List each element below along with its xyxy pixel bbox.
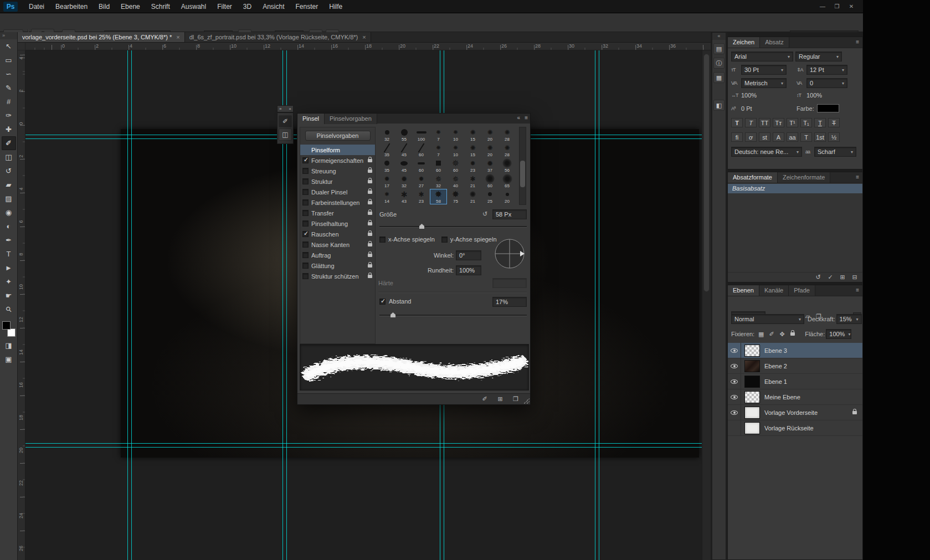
reset-size-icon[interactable]: ↺ xyxy=(482,210,487,218)
menu-ebene[interactable]: Ebene xyxy=(115,0,146,13)
guide-vertical[interactable] xyxy=(599,50,599,560)
leading-select[interactable]: 12 Pt▾ xyxy=(806,65,847,75)
layer-thumbnail[interactable] xyxy=(744,376,760,388)
clear-override-button[interactable]: ↺ xyxy=(814,273,823,281)
lock-transparency-icon[interactable]: ▦ xyxy=(757,330,765,338)
foreground-color-swatch[interactable] xyxy=(2,321,11,330)
spacing-slider[interactable] xyxy=(379,315,527,316)
section-checkbox[interactable] xyxy=(302,178,309,184)
size-slider[interactable] xyxy=(379,226,527,228)
brush-preset[interactable]: 60 xyxy=(430,158,447,173)
brush-preset[interactable]: ✱21 xyxy=(464,173,481,189)
layer-visibility-toggle[interactable] xyxy=(728,358,741,373)
tab-ebenen[interactable]: Ebenen xyxy=(728,285,759,296)
brush-preset[interactable]: ✹37 xyxy=(481,158,499,173)
clone-stamp-tool[interactable]: ◫ xyxy=(2,150,16,164)
brush-preset[interactable]: ✹17 xyxy=(378,173,395,189)
brush-preset[interactable]: 21 xyxy=(464,189,481,204)
section-lock-icon[interactable] xyxy=(368,275,372,278)
baseline-shift-input[interactable]: 0 Pt xyxy=(741,105,787,112)
section-lock-icon[interactable] xyxy=(368,264,372,268)
layer-thumbnail[interactable] xyxy=(744,422,760,434)
brush-preset[interactable]: ✱43 xyxy=(395,189,413,204)
brush-preset[interactable]: ✺7 xyxy=(430,142,447,158)
flip-y-checkbox[interactable] xyxy=(441,237,448,243)
guide-vertical[interactable] xyxy=(131,50,132,560)
section-checkbox[interactable] xyxy=(302,273,309,279)
opentype-button-7[interactable]: ½ xyxy=(828,132,840,142)
tab-zeichenformate[interactable]: Zeichenformate xyxy=(778,172,830,183)
panel-menu-icon[interactable]: ≡ xyxy=(856,172,862,183)
small-caps-button[interactable]: Tᴛ xyxy=(773,118,784,127)
brush-preset[interactable]: ✹27 xyxy=(413,173,430,189)
vertical-ruler[interactable]: 420246810121416182022242628 xyxy=(18,50,25,560)
move-tool[interactable]: ↖ xyxy=(2,39,16,53)
brush-section-rauschen[interactable]: Rauschen xyxy=(300,229,375,239)
blur-tool[interactable]: ◉ xyxy=(2,205,16,219)
menu-ansicht[interactable]: Ansicht xyxy=(257,0,290,13)
slider-thumb[interactable] xyxy=(419,224,424,229)
brush-section-struktur[interactable]: Struktur xyxy=(300,176,375,187)
layer-row[interactable]: Meine Ebene xyxy=(728,389,862,405)
section-lock-icon[interactable] xyxy=(368,180,372,183)
opentype-button-2[interactable]: st xyxy=(759,132,770,142)
font-family-select[interactable]: Arial▾ xyxy=(731,52,793,61)
brush-preset[interactable]: 60 xyxy=(413,142,430,158)
guide-horizontal[interactable] xyxy=(25,447,702,448)
layer-thumbnail[interactable] xyxy=(744,360,760,372)
brush-preset[interactable]: 56 xyxy=(499,158,516,173)
paragraph-style-item[interactable]: Basisabsatz xyxy=(728,184,862,193)
brush-preset[interactable]: ✸75 xyxy=(447,189,464,204)
layer-visibility-toggle[interactable] xyxy=(728,420,741,435)
subscript-button[interactable]: T₁ xyxy=(800,118,812,127)
quick-selection-tool[interactable]: ✎ xyxy=(2,81,16,95)
section-lock-icon[interactable] xyxy=(368,201,372,204)
section-lock-icon[interactable] xyxy=(368,212,372,215)
brush-angle-dial[interactable] xyxy=(492,237,527,271)
zoom-tool[interactable]: ⚲ xyxy=(2,302,16,316)
antialias-select[interactable]: Scharf▾ xyxy=(814,147,856,157)
vertical-scrollbar[interactable] xyxy=(702,50,711,560)
section-lock-icon[interactable] xyxy=(368,254,372,257)
brush-preset[interactable]: ✺28 xyxy=(499,127,516,142)
brush-preset[interactable]: ✹32 xyxy=(395,173,413,189)
layer-row[interactable]: Vorlage Rückseite xyxy=(728,420,862,436)
brush-section-farbeinstellungen[interactable]: Farbeinstellungen xyxy=(300,197,375,208)
properties-panel-icon[interactable]: ◧ xyxy=(713,100,725,111)
layer-visibility-toggle[interactable] xyxy=(728,389,741,404)
expand-panels-icon[interactable]: « xyxy=(712,33,726,40)
histogram-panel-icon[interactable]: ▦ xyxy=(713,72,725,83)
blend-mode-select[interactable]: Normal▾ xyxy=(731,314,804,324)
font-size-select[interactable]: 30 Pt▾ xyxy=(741,65,787,75)
crop-tool[interactable]: # xyxy=(2,95,16,109)
menu-bearbeiten[interactable]: Bearbeiten xyxy=(50,0,93,13)
brush-section-dualer-pinsel[interactable]: Dualer Pinsel xyxy=(300,187,375,197)
layer-row[interactable]: Vorlage Vorderseite xyxy=(728,405,862,420)
brush-preset[interactable]: 100 xyxy=(413,127,430,142)
panel-menu-icon[interactable]: ≡ xyxy=(856,285,862,296)
brush-section-streuung[interactable]: Streuung xyxy=(300,166,375,176)
close-dock-icon[interactable]: × xyxy=(289,106,291,111)
eraser-tool[interactable]: ▰ xyxy=(2,178,16,192)
layer-opacity-select[interactable]: 15%▾ xyxy=(836,314,862,324)
path-selection-tool[interactable]: ► xyxy=(2,261,16,275)
layer-row[interactable]: Ebene 3 xyxy=(728,343,862,358)
section-lock-icon[interactable] xyxy=(368,169,372,173)
brush-preset[interactable]: ✺15 xyxy=(464,127,481,142)
brush-section-nasse-kanten[interactable]: Nasse Kanten xyxy=(300,239,375,250)
history-brush-tool[interactable]: ↺ xyxy=(2,164,16,178)
faux-bold-button[interactable]: T xyxy=(731,118,743,127)
brush-section-pinselform[interactable]: Pinselform xyxy=(300,145,375,155)
menu-3d[interactable]: 3D xyxy=(238,0,257,13)
brush-grid-scrollbar[interactable] xyxy=(519,127,526,205)
brush-preset[interactable]: 25 xyxy=(481,189,499,204)
opentype-button-0[interactable]: ﬁ xyxy=(731,132,743,142)
maximize-button[interactable]: ❐ xyxy=(830,2,844,11)
brush-preset[interactable]: 32 xyxy=(378,127,395,142)
tab-pfade[interactable]: Pfade xyxy=(789,285,815,296)
strikethrough-button[interactable]: T xyxy=(828,118,840,127)
guide-vertical[interactable] xyxy=(595,50,595,560)
guide-vertical[interactable] xyxy=(127,50,128,560)
new-style-button[interactable]: ⊞ xyxy=(838,273,847,281)
scrollbar-thumb[interactable] xyxy=(703,54,710,292)
